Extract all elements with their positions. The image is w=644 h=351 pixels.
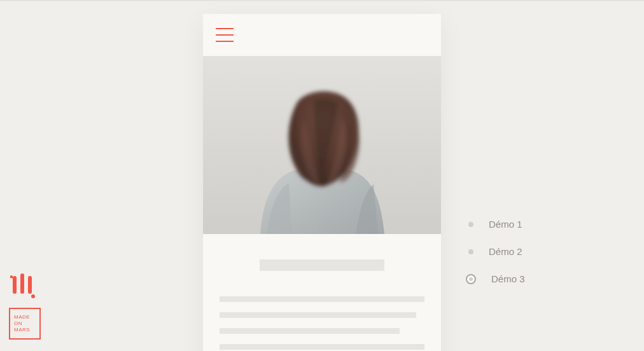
title-placeholder [260,259,384,271]
article-body [203,234,441,350]
brand-logo-icon [9,271,41,301]
text-placeholder [220,344,424,350]
hero-image [203,56,441,234]
made-on-mars-badge: MADE ON MARS [9,308,41,340]
svg-rect-0 [13,276,17,294]
svg-rect-1 [20,273,24,294]
svg-rect-2 [28,276,32,294]
bullet-active-icon [466,274,476,284]
badge-line: MARS [14,327,39,333]
demo-nav-item-1[interactable]: Démo 1 [466,219,525,230]
mobile-preview [203,14,441,351]
mobile-header [203,14,441,56]
demo-nav-item-3[interactable]: Démo 3 [466,273,525,284]
text-placeholder [220,296,424,302]
badge-line: MADE [14,314,39,320]
demo-nav: Démo 1 Démo 2 Démo 3 [466,219,525,284]
demo-nav-label: Démo 3 [491,273,525,284]
text-placeholder [220,328,400,334]
bullet-icon [468,222,473,227]
demo-nav-label: Démo 2 [489,246,522,257]
badge-line: ON [14,320,39,327]
text-placeholder [220,312,416,318]
menu-icon[interactable] [216,28,234,42]
bullet-icon [468,249,473,254]
demo-nav-item-2[interactable]: Démo 2 [466,246,525,257]
svg-point-3 [31,294,35,298]
demo-nav-label: Démo 1 [489,219,522,230]
